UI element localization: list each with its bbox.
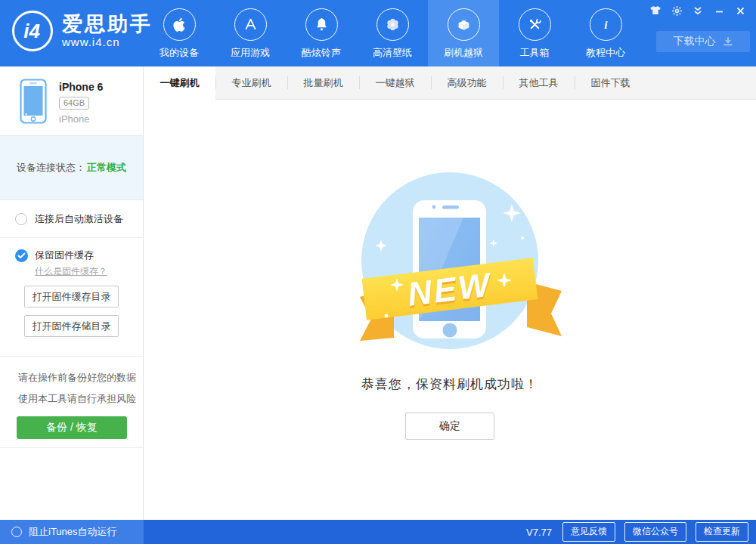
tab-one-key-jailbreak[interactable]: 一键越狱 (359, 66, 431, 99)
nav-flash-jailbreak[interactable]: 刷机越狱 (428, 0, 499, 66)
download-center-button[interactable]: 下载中心 (656, 31, 750, 52)
device-sidebar: iPhone 6 64GB iPhone 设备连接状态： 正常模式 连接后自动激… (0, 66, 144, 520)
download-icon (723, 36, 733, 47)
keep-cache-row: 保留固件缓存 (0, 238, 143, 262)
download-center-label: 下载中心 (674, 35, 716, 48)
firmware-cache-section: 保留固件缓存 什么是固件缓存？ 打开固件缓存目录 打开固件存储目录 (0, 238, 143, 357)
warning-line-1: 请在操作前备份好您的数据 (18, 367, 143, 388)
info-icon: i (590, 8, 622, 41)
backup-restore-button[interactable]: 备份 / 恢复 (17, 416, 127, 439)
tab-advanced[interactable]: 高级功能 (431, 66, 503, 99)
wechat-account-button[interactable]: 微信公众号 (624, 522, 686, 542)
nav-label: 工具箱 (520, 46, 550, 60)
success-message: 恭喜您，保资料刷机成功啦！ (361, 376, 538, 393)
app-title: 爱思助手 (62, 14, 153, 36)
device-model: iPhone (59, 113, 103, 125)
block-itunes-label: 阻止iTunes自动运行 (29, 525, 117, 539)
flash-box-icon (448, 8, 480, 41)
apple-icon (163, 8, 196, 41)
nav-toolbox[interactable]: 工具箱 (499, 0, 570, 66)
open-cache-dir-button[interactable]: 打开固件缓存目录 (24, 286, 119, 308)
tab-one-key-flash[interactable]: 一键刷机 (144, 66, 215, 100)
nav-label: 刷机越狱 (444, 46, 483, 60)
flash-tabbar: 一键刷机 专业刷机 批量刷机 一键越狱 高级功能 其他工具 固件下载 (144, 66, 756, 100)
version-label: V7.77 (526, 527, 552, 538)
wallpaper-icon (376, 8, 409, 41)
app-logo: i4 爱思助手 www.i4.cn (12, 11, 153, 51)
flash-success-illustration: NEW NEW (336, 170, 563, 355)
backup-warning-section: 请在操作前备份好您的数据 使用本工具请自行承担风险 备份 / 恢复 (0, 357, 143, 448)
what-is-cache-link[interactable]: 什么是固件缓存？ (35, 265, 107, 278)
backup-warning-text: 请在操作前备份好您的数据 使用本工具请自行承担风险 (0, 357, 143, 410)
block-itunes-radio[interactable] (11, 527, 22, 537)
menu-chevrons-icon[interactable] (689, 4, 706, 17)
app-url: www.i4.cn (62, 36, 153, 48)
i4-logo-icon: i4 (12, 11, 53, 51)
tab-other-tools[interactable]: 其他工具 (503, 66, 575, 99)
keep-cache-checkbox[interactable] (15, 249, 28, 262)
open-storage-dir-button[interactable]: 打开固件存储目录 (24, 315, 119, 337)
device-info: iPhone 6 64GB iPhone (0, 66, 143, 135)
auto-activate-radio[interactable] (15, 213, 27, 225)
window-controls (647, 4, 748, 17)
auto-activate-label: 连接后自动激活设备 (35, 212, 123, 226)
block-itunes-row: 阻止iTunes自动运行 (0, 520, 144, 544)
tab-pro-flash[interactable]: 专业刷机 (215, 66, 287, 99)
device-name: iPhone 6 (59, 81, 103, 93)
keep-cache-label: 保留固件缓存 (35, 249, 94, 262)
warning-line-2: 使用本工具请自行承担风险 (18, 388, 143, 410)
connection-status-label: 设备连接状态： (17, 161, 85, 175)
nav-label: 我的设备 (160, 46, 199, 60)
tab-firmware-download[interactable]: 固件下载 (575, 66, 646, 99)
iphone-icon (20, 79, 47, 124)
bell-icon (305, 8, 338, 41)
device-capacity-badge: 64GB (59, 97, 89, 110)
main-nav: 我的设备 应用游戏 酷炫铃声 高清壁纸 刷机越狱 (144, 0, 641, 66)
nav-label: 高清壁纸 (373, 46, 412, 60)
status-bar: 阻止iTunes自动运行 V7.77 意见反馈 微信公众号 检查更新 (0, 520, 756, 544)
nav-apps-games[interactable]: 应用游戏 (215, 0, 286, 66)
connection-status-value: 正常模式 (87, 161, 126, 175)
close-icon[interactable] (732, 4, 748, 17)
skin-icon[interactable] (647, 4, 664, 17)
check-update-button[interactable]: 检查更新 (696, 522, 748, 542)
svg-text:i: i (604, 18, 608, 31)
toolbox-icon (519, 8, 551, 41)
tab-batch-flash[interactable]: 批量刷机 (287, 66, 359, 99)
feedback-button[interactable]: 意见反馈 (562, 522, 615, 542)
nav-label: 应用游戏 (231, 46, 270, 60)
settings-gear-icon[interactable] (668, 4, 685, 17)
app-header: i4 爱思助手 www.i4.cn 我的设备 应用游戏 酷炫铃声 (0, 0, 756, 66)
nav-my-devices[interactable]: 我的设备 (144, 0, 215, 66)
nav-tutorials[interactable]: i 教程中心 (570, 0, 641, 66)
nav-ringtones[interactable]: 酷炫铃声 (286, 0, 357, 66)
nav-wallpapers[interactable]: 高清壁纸 (357, 0, 428, 66)
main-content: NEW NEW 恭喜您，保资料刷机成功啦！ 确定 (144, 100, 756, 520)
minimize-icon[interactable] (711, 4, 727, 17)
appstore-icon (234, 8, 267, 41)
connection-status: 设备连接状态： 正常模式 (0, 135, 143, 200)
confirm-button[interactable]: 确定 (405, 413, 494, 440)
nav-label: 教程中心 (586, 46, 625, 60)
status-bar-actions: V7.77 意见反馈 微信公众号 检查更新 (526, 520, 748, 544)
nav-label: 酷炫铃声 (302, 46, 341, 60)
auto-activate-row: 连接后自动激活设备 (0, 200, 143, 238)
